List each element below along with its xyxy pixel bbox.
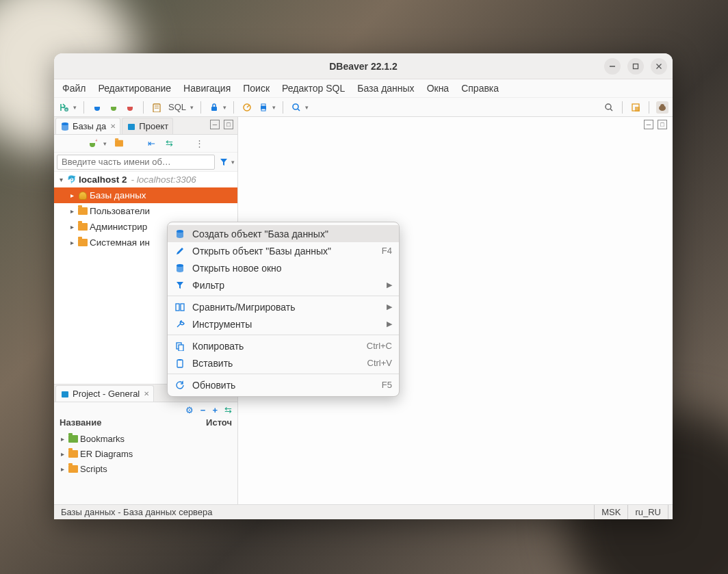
status-timezone: MSK [595, 505, 628, 519]
users-node[interactable]: ▸ Пользователи [54, 203, 237, 219]
erdiagrams-node[interactable]: ▸ ER Diagrams [54, 446, 237, 461]
sql-script-icon[interactable] [151, 101, 163, 114]
svg-line-16 [298, 109, 300, 111]
collapse-icon[interactable]: ⇤ [146, 138, 157, 149]
menu-windows[interactable]: Окна [427, 83, 450, 94]
lock-icon[interactable] [208, 101, 220, 114]
shortcut: F5 [382, 380, 392, 390]
menu-paste[interactable]: Вставить Ctrl+V [168, 354, 399, 371]
beaver-icon[interactable] [656, 101, 668, 114]
menu-compare[interactable]: Сравнить/Мигрировать ▶ [168, 298, 399, 315]
filter-icon [174, 280, 185, 291]
menu-label: Создать объект "База данных" [192, 229, 392, 239]
chevron-right-icon[interactable]: ▸ [68, 192, 76, 199]
menu-refresh[interactable]: Обновить F5 [168, 376, 399, 393]
maximize-view-icon[interactable]: □ [658, 120, 667, 129]
plug-connect-icon[interactable] [91, 101, 103, 114]
search-icon[interactable] [603, 101, 615, 114]
menu-help[interactable]: Справка [461, 83, 499, 94]
gear-icon[interactable]: ⚙ [185, 405, 194, 415]
node-label: Базы данных [90, 190, 146, 200]
chevron-right-icon: ▶ [387, 281, 392, 289]
maximize-button[interactable] [627, 58, 644, 75]
minimize-button[interactable] [604, 58, 621, 75]
close-icon[interactable]: ✕ [144, 390, 149, 397]
chevron-down-icon[interactable]: ▾ [73, 104, 77, 111]
chevron-down-icon[interactable]: ▾ [231, 159, 235, 166]
chevron-right-icon[interactable]: ▸ [68, 207, 76, 215]
tab-databases[interactable]: Базы да ✕ [55, 118, 120, 134]
search-icon[interactable] [290, 101, 302, 114]
plug-disconnect-icon[interactable] [124, 101, 136, 114]
chevron-right-icon: ▶ [387, 302, 392, 311]
expand-icon[interactable]: + [212, 405, 218, 415]
chevron-down-icon[interactable]: ▾ [272, 104, 276, 111]
filter-input[interactable] [57, 155, 215, 170]
copy-icon [174, 341, 185, 352]
minimize-view-icon[interactable]: ─ [644, 120, 653, 129]
column-name[interactable]: Название [60, 417, 206, 430]
databases-node[interactable]: ▸ Базы данных [54, 187, 237, 203]
chevron-right-icon[interactable]: ▸ [58, 435, 66, 443]
menu-filter[interactable]: Фильтр ▶ [168, 276, 399, 293]
chevron-right-icon[interactable]: ▸ [58, 450, 66, 458]
menu-nav[interactable]: Навигация [183, 83, 231, 94]
sql-dropdown[interactable]: SQL [168, 102, 186, 112]
svg-rect-33 [177, 360, 183, 367]
svg-line-18 [610, 109, 612, 111]
menu-icon[interactable]: ⋮ [194, 138, 205, 149]
bookmarks-node[interactable]: ▸ Bookmarks [54, 431, 237, 446]
menu-copy[interactable]: Копировать Ctrl+C [168, 337, 399, 354]
folder-icon[interactable] [114, 138, 125, 149]
chevron-down-icon[interactable]: ▾ [57, 176, 65, 183]
chevron-right-icon[interactable]: ▸ [68, 239, 76, 246]
menu-sqleditor[interactable]: Редактор SQL [282, 83, 345, 94]
chevron-down-icon[interactable]: ▾ [223, 104, 226, 111]
svg-rect-24 [128, 124, 135, 130]
menu-label: Инструменты [192, 319, 380, 330]
menu-tools[interactable]: Инструменты ▶ [168, 315, 399, 332]
menu-create-object[interactable]: Создать объект "База данных" [168, 225, 399, 242]
tab-project[interactable]: Проект [122, 118, 173, 134]
perspective-icon[interactable] [629, 101, 642, 114]
tab-project-general[interactable]: Project - General ✕ [55, 385, 154, 402]
database-icon [174, 263, 185, 274]
column-source[interactable]: Источ [206, 417, 232, 430]
close-icon[interactable]: ✕ [110, 122, 116, 130]
maximize-view-icon[interactable]: □ [224, 120, 233, 129]
menu-search[interactable]: Поиск [243, 83, 270, 94]
chevron-right-icon[interactable]: ▸ [58, 465, 66, 473]
shortcut: Ctrl+V [367, 358, 392, 368]
close-button[interactable] [651, 58, 667, 75]
print-icon[interactable] [257, 101, 270, 114]
menu-label: Копировать [192, 341, 360, 352]
link-icon[interactable]: ⇆ [224, 405, 232, 415]
svg-rect-29 [176, 304, 179, 311]
collapse-icon[interactable]: − [200, 405, 206, 415]
scripts-node[interactable]: ▸ Scripts [54, 461, 237, 476]
tab-label: Проект [139, 121, 168, 131]
gauge-icon[interactable] [241, 101, 253, 114]
minimize-view-icon[interactable]: ─ [210, 120, 220, 129]
new-connection-icon[interactable]: + [58, 101, 70, 114]
new-connection-icon[interactable]: + [87, 138, 98, 149]
menu-new-window[interactable]: Открыть новое окно [168, 259, 399, 276]
connection-node[interactable]: ▾ 🐬 localhost 2 - localhost:3306 [54, 172, 237, 187]
project-icon [60, 389, 70, 399]
link-icon[interactable]: ⇆ [164, 138, 175, 149]
connection-name: localhost 2 [79, 174, 127, 185]
svg-rect-9 [211, 107, 217, 111]
menu-edit[interactable]: Редактирование [98, 83, 171, 94]
menu-open-object[interactable]: Открыть объект "Базы данных" F4 [168, 242, 399, 259]
chevron-right-icon[interactable]: ▸ [68, 223, 76, 231]
chevron-down-icon[interactable]: ▾ [103, 140, 107, 147]
plug-reconnect-icon[interactable] [107, 101, 120, 114]
node-label: Пользователи [90, 206, 150, 216]
chevron-down-icon[interactable]: ▾ [305, 104, 309, 111]
menu-file[interactable]: Файл [62, 83, 86, 94]
filter-icon[interactable] [218, 156, 230, 168]
node-label: Администрир [90, 222, 147, 232]
chevron-down-icon[interactable]: ▾ [190, 104, 194, 111]
menu-database[interactable]: База данных [357, 83, 414, 94]
svg-line-11 [247, 105, 249, 107]
